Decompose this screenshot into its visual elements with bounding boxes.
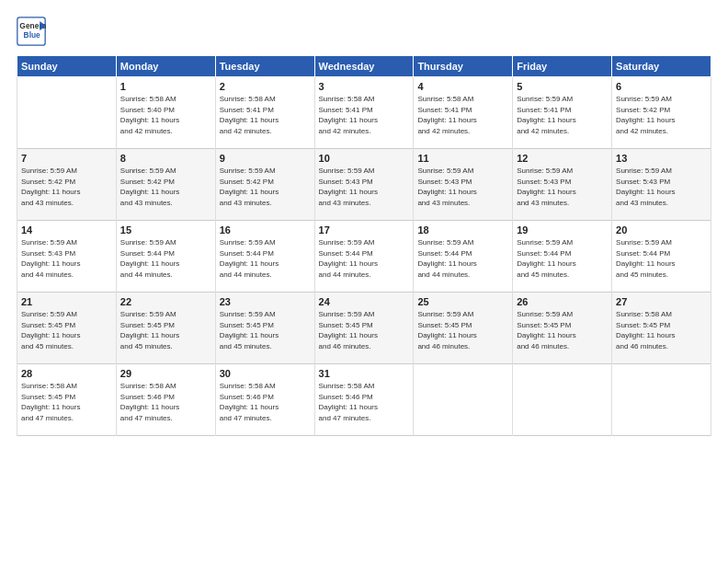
day-number: 2 [220, 81, 311, 92]
day-number: 6 [616, 81, 707, 92]
calendar-cell: 14Sunrise: 5:59 AM Sunset: 5:43 PM Dayli… [17, 221, 117, 293]
header-day: Friday [513, 56, 612, 77]
cell-sun-info: Sunrise: 5:59 AM Sunset: 5:42 PM Dayligh… [120, 166, 211, 208]
header-row: SundayMondayTuesdayWednesdayThursdayFrid… [17, 56, 711, 77]
header-day: Thursday [414, 56, 513, 77]
cell-sun-info: Sunrise: 5:59 AM Sunset: 5:44 PM Dayligh… [319, 237, 410, 280]
day-number: 7 [21, 153, 112, 164]
header-day: Tuesday [215, 56, 314, 77]
day-number: 9 [220, 153, 311, 164]
day-number: 3 [319, 81, 410, 92]
calendar-week-row: 28Sunrise: 5:58 AM Sunset: 5:45 PM Dayli… [17, 364, 711, 436]
day-number: 27 [616, 296, 707, 307]
day-number: 1 [120, 81, 211, 92]
calendar-cell: 2Sunrise: 5:58 AM Sunset: 5:41 PM Daylig… [215, 77, 314, 149]
calendar-week-row: 7Sunrise: 5:59 AM Sunset: 5:42 PM Daylig… [17, 149, 711, 221]
calendar-cell: 10Sunrise: 5:59 AM Sunset: 5:43 PM Dayli… [314, 149, 414, 221]
day-number: 22 [120, 296, 211, 307]
cell-sun-info: Sunrise: 5:59 AM Sunset: 5:44 PM Dayligh… [517, 237, 608, 280]
day-number: 21 [21, 296, 112, 307]
day-number: 11 [417, 153, 508, 164]
cell-sun-info: Sunrise: 5:58 AM Sunset: 5:46 PM Dayligh… [220, 381, 311, 423]
day-number: 10 [319, 153, 410, 164]
calendar-cell: 3Sunrise: 5:58 AM Sunset: 5:41 PM Daylig… [314, 77, 414, 149]
cell-sun-info: Sunrise: 5:59 AM Sunset: 5:45 PM Dayligh… [220, 309, 311, 351]
cell-sun-info: Sunrise: 5:58 AM Sunset: 5:41 PM Dayligh… [417, 94, 508, 136]
calendar-cell: 13Sunrise: 5:59 AM Sunset: 5:43 PM Dayli… [612, 149, 711, 221]
cell-sun-info: Sunrise: 5:59 AM Sunset: 5:43 PM Dayligh… [417, 166, 508, 208]
calendar-cell: 1Sunrise: 5:58 AM Sunset: 5:40 PM Daylig… [116, 77, 215, 149]
cell-sun-info: Sunrise: 5:59 AM Sunset: 5:45 PM Dayligh… [21, 309, 112, 351]
calendar-cell: 11Sunrise: 5:59 AM Sunset: 5:43 PM Dayli… [414, 149, 513, 221]
calendar-cell: 22Sunrise: 5:59 AM Sunset: 5:45 PM Dayli… [116, 293, 215, 364]
calendar-cell: 15Sunrise: 5:59 AM Sunset: 5:44 PM Dayli… [116, 221, 215, 293]
cell-sun-info: Sunrise: 5:59 AM Sunset: 5:44 PM Dayligh… [120, 237, 211, 280]
cell-sun-info: Sunrise: 5:59 AM Sunset: 5:43 PM Dayligh… [616, 166, 707, 208]
day-number: 8 [120, 153, 211, 164]
calendar-week-row: 21Sunrise: 5:59 AM Sunset: 5:45 PM Dayli… [17, 293, 711, 364]
calendar-cell: 17Sunrise: 5:59 AM Sunset: 5:44 PM Dayli… [314, 221, 414, 293]
cell-sun-info: Sunrise: 5:59 AM Sunset: 5:42 PM Dayligh… [616, 94, 707, 136]
cell-sun-info: Sunrise: 5:59 AM Sunset: 5:44 PM Dayligh… [220, 237, 311, 280]
day-number: 28 [21, 368, 112, 379]
cell-sun-info: Sunrise: 5:59 AM Sunset: 5:42 PM Dayligh… [220, 166, 311, 208]
calendar-cell: 24Sunrise: 5:59 AM Sunset: 5:45 PM Dayli… [314, 293, 414, 364]
calendar-table: SundayMondayTuesdayWednesdayThursdayFrid… [17, 55, 711, 436]
day-number: 30 [220, 368, 311, 379]
calendar-cell: 18Sunrise: 5:59 AM Sunset: 5:44 PM Dayli… [414, 221, 513, 293]
cell-sun-info: Sunrise: 5:59 AM Sunset: 5:44 PM Dayligh… [417, 237, 508, 280]
day-number: 5 [517, 81, 608, 92]
cell-sun-info: Sunrise: 5:58 AM Sunset: 5:46 PM Dayligh… [319, 381, 410, 423]
day-number: 29 [120, 368, 211, 379]
calendar-cell [513, 364, 612, 436]
day-number: 23 [220, 296, 311, 307]
header-day: Monday [116, 56, 215, 77]
calendar-cell: 4Sunrise: 5:58 AM Sunset: 5:41 PM Daylig… [414, 77, 513, 149]
calendar-cell: 16Sunrise: 5:59 AM Sunset: 5:44 PM Dayli… [215, 221, 314, 293]
cell-sun-info: Sunrise: 5:59 AM Sunset: 5:45 PM Dayligh… [517, 309, 608, 351]
logo: General Blue [17, 17, 50, 46]
cell-sun-info: Sunrise: 5:59 AM Sunset: 5:45 PM Dayligh… [319, 309, 410, 351]
calendar-cell: 9Sunrise: 5:59 AM Sunset: 5:42 PM Daylig… [215, 149, 314, 221]
svg-text:Blue: Blue [24, 30, 41, 40]
cell-sun-info: Sunrise: 5:58 AM Sunset: 5:46 PM Dayligh… [120, 381, 211, 423]
calendar-cell: 31Sunrise: 5:58 AM Sunset: 5:46 PM Dayli… [314, 364, 414, 436]
calendar-cell: 6Sunrise: 5:59 AM Sunset: 5:42 PM Daylig… [612, 77, 711, 149]
calendar-cell: 20Sunrise: 5:59 AM Sunset: 5:44 PM Dayli… [612, 221, 711, 293]
calendar-cell: 5Sunrise: 5:59 AM Sunset: 5:41 PM Daylig… [513, 77, 612, 149]
day-number: 24 [319, 296, 410, 307]
cell-sun-info: Sunrise: 5:59 AM Sunset: 5:43 PM Dayligh… [21, 237, 112, 280]
day-number: 15 [120, 224, 211, 236]
calendar-cell [17, 77, 117, 149]
calendar-cell: 21Sunrise: 5:59 AM Sunset: 5:45 PM Dayli… [17, 293, 117, 364]
calendar-cell: 19Sunrise: 5:59 AM Sunset: 5:44 PM Dayli… [513, 221, 612, 293]
day-number: 25 [417, 296, 508, 307]
day-number: 12 [517, 153, 608, 164]
day-number: 19 [517, 224, 608, 236]
day-number: 17 [319, 224, 410, 236]
cell-sun-info: Sunrise: 5:59 AM Sunset: 5:42 PM Dayligh… [21, 166, 112, 208]
calendar-cell: 26Sunrise: 5:59 AM Sunset: 5:45 PM Dayli… [513, 293, 612, 364]
header-day: Saturday [612, 56, 711, 77]
cell-sun-info: Sunrise: 5:58 AM Sunset: 5:40 PM Dayligh… [120, 94, 211, 136]
cell-sun-info: Sunrise: 5:59 AM Sunset: 5:43 PM Dayligh… [517, 166, 608, 208]
day-number: 16 [220, 224, 311, 236]
calendar-cell: 8Sunrise: 5:59 AM Sunset: 5:42 PM Daylig… [116, 149, 215, 221]
header-day: Sunday [17, 56, 117, 77]
calendar-cell: 25Sunrise: 5:59 AM Sunset: 5:45 PM Dayli… [414, 293, 513, 364]
calendar-week-row: 1Sunrise: 5:58 AM Sunset: 5:40 PM Daylig… [17, 77, 711, 149]
header-day: Wednesday [314, 56, 414, 77]
day-number: 20 [616, 224, 707, 236]
calendar-cell: 23Sunrise: 5:59 AM Sunset: 5:45 PM Dayli… [215, 293, 314, 364]
cell-sun-info: Sunrise: 5:58 AM Sunset: 5:45 PM Dayligh… [21, 381, 112, 423]
day-number: 4 [417, 81, 508, 92]
day-number: 31 [319, 368, 410, 379]
calendar-cell: 29Sunrise: 5:58 AM Sunset: 5:46 PM Dayli… [116, 364, 215, 436]
calendar-cell: 28Sunrise: 5:58 AM Sunset: 5:45 PM Dayli… [17, 364, 117, 436]
page-header: General Blue [17, 17, 711, 46]
cell-sun-info: Sunrise: 5:59 AM Sunset: 5:43 PM Dayligh… [319, 166, 410, 208]
calendar-cell: 30Sunrise: 5:58 AM Sunset: 5:46 PM Dayli… [215, 364, 314, 436]
day-number: 26 [517, 296, 608, 307]
cell-sun-info: Sunrise: 5:58 AM Sunset: 5:45 PM Dayligh… [616, 309, 707, 351]
calendar-cell [414, 364, 513, 436]
